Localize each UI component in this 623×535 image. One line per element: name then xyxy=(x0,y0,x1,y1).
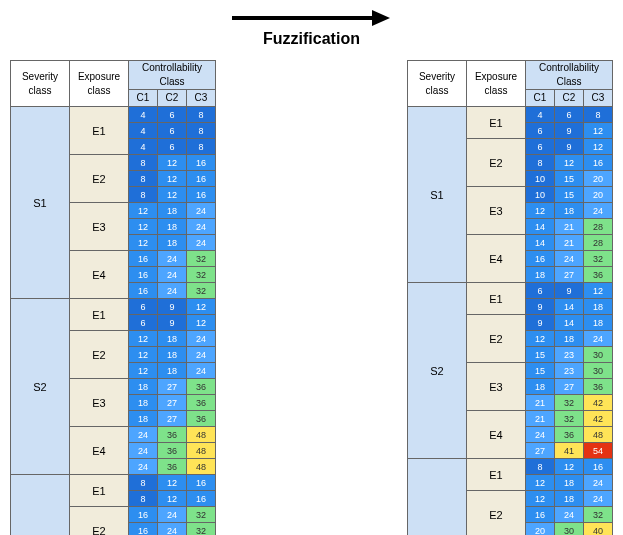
table-row: S3E181216 xyxy=(408,459,613,475)
heat-value: 16 xyxy=(138,510,148,520)
heat-value: 6 xyxy=(566,110,571,120)
heat-value: 8 xyxy=(595,110,600,120)
severity-cell: S3 xyxy=(408,459,467,536)
heat-value: 8 xyxy=(198,110,203,120)
heat-cell: 32 xyxy=(584,507,613,523)
heat-value: 18 xyxy=(167,222,177,232)
heat-value: 8 xyxy=(198,126,203,136)
heat-cell: 15 xyxy=(555,171,584,187)
heat-cell: 32 xyxy=(187,507,216,523)
heat-cell: 42 xyxy=(584,395,613,411)
c2-header: C2 xyxy=(555,90,584,107)
heat-value: 14 xyxy=(535,222,545,232)
heat-value: 12 xyxy=(167,174,177,184)
heat-cell: 16 xyxy=(187,187,216,203)
heat-value: 15 xyxy=(535,350,545,360)
heat-cell: 12 xyxy=(584,139,613,155)
heat-value: 9 xyxy=(169,318,174,328)
exposure-cell: E1 xyxy=(70,107,129,155)
heat-cell: 12 xyxy=(158,171,187,187)
heat-value: 24 xyxy=(138,430,148,440)
heat-cell: 9 xyxy=(526,315,555,331)
heat-value: 24 xyxy=(593,206,603,216)
heat-cell: 16 xyxy=(584,459,613,475)
heat-cell: 18 xyxy=(584,299,613,315)
heat-value: 12 xyxy=(593,286,603,296)
table-row: S2E16912 xyxy=(11,299,216,315)
heat-value: 18 xyxy=(138,382,148,392)
severity-cell: S2 xyxy=(408,283,467,459)
heat-value: 27 xyxy=(535,446,545,456)
heat-value: 18 xyxy=(593,302,603,312)
heat-value: 32 xyxy=(593,254,603,264)
heat-cell: 12 xyxy=(129,219,158,235)
heat-value: 12 xyxy=(564,462,574,472)
heat-value: 8 xyxy=(140,174,145,184)
heat-cell: 20 xyxy=(526,523,555,536)
heat-value: 24 xyxy=(593,478,603,488)
heat-cell: 36 xyxy=(555,427,584,443)
heat-value: 12 xyxy=(535,478,545,488)
heat-value: 15 xyxy=(535,366,545,376)
heat-cell: 48 xyxy=(187,443,216,459)
heat-cell: 8 xyxy=(187,123,216,139)
heat-value: 18 xyxy=(535,270,545,280)
exposure-cell: E1 xyxy=(70,475,129,507)
heat-cell: 21 xyxy=(555,219,584,235)
heat-cell: 4 xyxy=(129,123,158,139)
heat-cell: 32 xyxy=(584,251,613,267)
heat-value: 4 xyxy=(140,110,145,120)
heat-cell: 12 xyxy=(129,363,158,379)
heat-value: 16 xyxy=(138,270,148,280)
exposure-cell: E2 xyxy=(467,491,526,536)
heat-value: 24 xyxy=(593,494,603,504)
heat-cell: 8 xyxy=(129,475,158,491)
severity-header: Severity class xyxy=(408,61,467,107)
heat-value: 8 xyxy=(140,158,145,168)
heat-value: 12 xyxy=(196,302,206,312)
heat-cell: 12 xyxy=(584,123,613,139)
heat-value: 16 xyxy=(535,254,545,264)
heat-value: 12 xyxy=(593,142,603,152)
heat-value: 16 xyxy=(593,462,603,472)
exposure-cell: E1 xyxy=(467,107,526,139)
heat-cell: 18 xyxy=(129,379,158,395)
heat-cell: 24 xyxy=(187,363,216,379)
heat-cell: 21 xyxy=(526,411,555,427)
heat-value: 30 xyxy=(593,350,603,360)
heat-value: 24 xyxy=(167,510,177,520)
heat-value: 8 xyxy=(198,142,203,152)
heatmap-table: Severity classExposure classControllabil… xyxy=(407,60,613,535)
heat-cell: 14 xyxy=(526,235,555,251)
heat-cell: 28 xyxy=(584,219,613,235)
heat-value: 12 xyxy=(138,350,148,360)
heat-value: 24 xyxy=(167,526,177,535)
heat-cell: 27 xyxy=(158,379,187,395)
heat-value: 24 xyxy=(167,286,177,296)
heat-value: 12 xyxy=(138,366,148,376)
heat-cell: 41 xyxy=(555,443,584,459)
heat-value: 18 xyxy=(535,382,545,392)
heat-value: 12 xyxy=(138,206,148,216)
heat-value: 48 xyxy=(196,462,206,472)
heat-cell: 32 xyxy=(187,523,216,536)
heat-cell: 9 xyxy=(158,315,187,331)
heat-value: 6 xyxy=(140,318,145,328)
heat-cell: 24 xyxy=(158,507,187,523)
heat-cell: 8 xyxy=(187,139,216,155)
heat-cell: 16 xyxy=(187,475,216,491)
heat-cell: 16 xyxy=(129,507,158,523)
heat-cell: 24 xyxy=(187,331,216,347)
exposure-cell: E3 xyxy=(70,203,129,251)
tables-container: Severity classExposure classControllabil… xyxy=(10,60,613,535)
heat-cell: 16 xyxy=(129,523,158,536)
heat-cell: 24 xyxy=(158,283,187,299)
heat-value: 20 xyxy=(593,174,603,184)
heat-value: 12 xyxy=(535,334,545,344)
heat-cell: 18 xyxy=(584,315,613,331)
heat-cell: 36 xyxy=(187,395,216,411)
heat-value: 16 xyxy=(196,158,206,168)
heat-cell: 16 xyxy=(187,491,216,507)
heat-cell: 24 xyxy=(526,427,555,443)
heat-cell: 40 xyxy=(584,523,613,536)
